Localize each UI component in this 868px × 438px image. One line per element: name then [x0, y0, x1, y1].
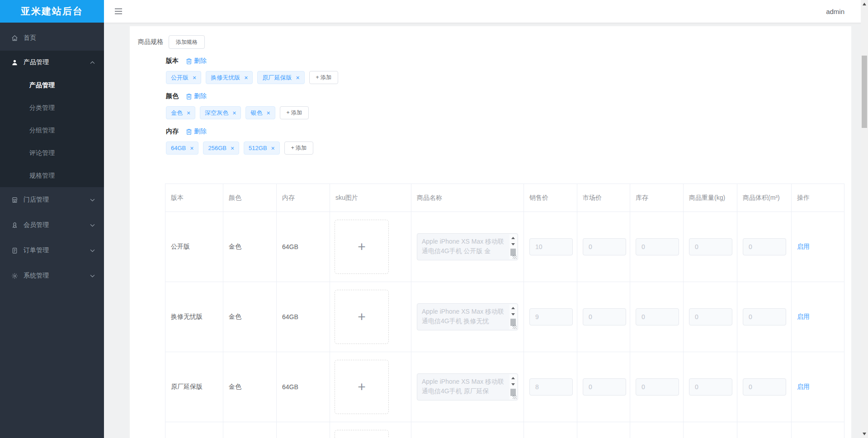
- sidebar-item-system[interactable]: 系统管理: [0, 263, 104, 288]
- close-icon[interactable]: ×: [187, 110, 190, 116]
- chevron-down-icon: [90, 274, 95, 278]
- col-header-market-price: 市场价: [577, 184, 630, 212]
- col-header-memory: 内存: [277, 184, 330, 212]
- scrollbar-down-icon[interactable]: [863, 433, 866, 435]
- delete-spec-link[interactable]: 删除: [186, 127, 207, 136]
- page-scrollbar[interactable]: [861, 0, 868, 438]
- cell-volume: [737, 212, 792, 282]
- image-upload-button[interactable]: +: [335, 360, 389, 414]
- cell-weight: [684, 352, 737, 422]
- close-icon[interactable]: ×: [232, 110, 236, 116]
- cell-color: 金色: [223, 282, 277, 352]
- image-upload-button[interactable]: +: [335, 220, 389, 274]
- delete-spec-link[interactable]: 删除: [186, 92, 207, 100]
- cell-sku-image: +: [330, 352, 411, 422]
- cell-volume: [737, 282, 792, 352]
- col-header-sku-image: sku图片: [330, 184, 411, 212]
- cell-weight: [684, 422, 737, 438]
- cell-stock: [630, 422, 684, 438]
- store-icon: [11, 196, 18, 203]
- order-icon: [11, 247, 18, 254]
- volume-input[interactable]: [743, 308, 786, 325]
- stock-input[interactable]: [636, 238, 679, 255]
- spec-tag: 256GB×: [203, 141, 239, 155]
- close-icon[interactable]: ×: [296, 75, 299, 81]
- plus-icon: +: [358, 379, 366, 395]
- sidebar-subitem-category[interactable]: 分类管理: [0, 97, 104, 119]
- close-icon[interactable]: ×: [266, 110, 270, 116]
- scrollbar-up-icon[interactable]: [863, 3, 866, 5]
- col-header-sale-price: 销售价: [524, 184, 577, 212]
- weight-input[interactable]: [689, 238, 732, 255]
- spec-tags-row: 金色× 深空灰色× 银色× + 添加: [166, 106, 851, 119]
- close-icon[interactable]: ×: [271, 145, 275, 151]
- cell-sku-image: +: [330, 422, 411, 438]
- plus-icon: +: [358, 309, 366, 325]
- cell-sale-price: [524, 282, 577, 352]
- delete-spec-link[interactable]: 删除: [186, 57, 207, 65]
- close-icon[interactable]: ×: [190, 145, 193, 151]
- spec-area: 版本 删除 公开版× 换修无忧版× 原厂延保版× + 添加 颜色 删除: [166, 57, 851, 155]
- col-header-stock: 库存: [630, 184, 684, 212]
- sidebar-item-member[interactable]: 会员管理: [0, 212, 104, 238]
- col-header-version: 版本: [165, 184, 223, 212]
- cell-color: [223, 422, 277, 438]
- cell-market-price: [577, 352, 630, 422]
- close-icon[interactable]: ×: [193, 75, 196, 81]
- add-tag-button[interactable]: + 添加: [284, 141, 313, 155]
- col-header-product-name: 商品名称: [411, 184, 524, 212]
- sidebar-item-label: 门店管理: [24, 196, 49, 204]
- spec-group-name: 颜色: [166, 92, 179, 100]
- weight-input[interactable]: [689, 378, 732, 396]
- market-price-input[interactable]: [583, 238, 626, 255]
- sidebar-subitem-product[interactable]: 产品管理: [0, 74, 104, 97]
- sidebar-subitem-spec[interactable]: 规格管理: [0, 165, 104, 187]
- user-menu[interactable]: admin: [826, 8, 844, 15]
- enable-link[interactable]: 启用: [797, 243, 810, 250]
- sale-price-input[interactable]: [529, 308, 573, 325]
- volume-input[interactable]: [743, 238, 786, 255]
- sidebar-item-home[interactable]: 首页: [0, 25, 104, 51]
- cell-memory: 64GB: [277, 282, 330, 352]
- cell-volume: [737, 352, 792, 422]
- sidebar-item-order[interactable]: 订单管理: [0, 238, 104, 263]
- stock-input[interactable]: [636, 308, 679, 325]
- chevron-down-icon: [90, 249, 95, 252]
- col-header-color: 颜色: [223, 184, 277, 212]
- market-price-input[interactable]: [583, 378, 626, 396]
- image-upload-button[interactable]: +: [335, 290, 389, 344]
- cell-sale-price: [524, 212, 577, 282]
- sidebar-item-product-management[interactable]: 产品管理: [0, 51, 104, 74]
- cell-product-name: [411, 352, 524, 422]
- close-icon[interactable]: ×: [244, 75, 248, 81]
- add-tag-button[interactable]: + 添加: [309, 71, 338, 84]
- cell-sale-price: [524, 422, 577, 438]
- stock-input[interactable]: [636, 378, 679, 396]
- enable-link[interactable]: 启用: [797, 313, 810, 320]
- sidebar-nav: 首页 产品管理 产品管理 分类管理 分组管理 评论管理 规格管理 门店管理: [0, 23, 104, 288]
- scrollbar-thumb[interactable]: [862, 56, 867, 128]
- sidebar-item-store[interactable]: 门店管理: [0, 187, 104, 212]
- sale-price-input[interactable]: [529, 238, 573, 255]
- product-name-textarea[interactable]: [417, 303, 518, 330]
- cell-stock: [630, 212, 684, 282]
- close-icon[interactable]: ×: [231, 145, 234, 151]
- product-name-textarea[interactable]: [417, 233, 518, 260]
- sidebar-subitem-comment[interactable]: 评论管理: [0, 142, 104, 165]
- product-name-textarea[interactable]: [417, 373, 518, 400]
- spec-tag: 换修无忧版×: [206, 71, 253, 84]
- sidebar-item-label: 产品管理: [24, 58, 49, 66]
- volume-input[interactable]: [743, 378, 786, 396]
- sidebar-item-label: 首页: [24, 34, 36, 42]
- image-upload-button[interactable]: +: [335, 430, 389, 438]
- sidebar-subitem-group[interactable]: 分组管理: [0, 119, 104, 142]
- sale-price-input[interactable]: [529, 378, 573, 396]
- spec-tag: 银色×: [245, 106, 275, 119]
- add-tag-button[interactable]: + 添加: [280, 106, 309, 119]
- add-spec-button[interactable]: 添加规格: [169, 35, 205, 49]
- hamburger-menu-icon[interactable]: [112, 6, 125, 17]
- enable-link[interactable]: 启用: [797, 383, 810, 390]
- app-logo: 亚米建站后台: [0, 0, 104, 23]
- weight-input[interactable]: [689, 308, 732, 325]
- market-price-input[interactable]: [583, 308, 626, 325]
